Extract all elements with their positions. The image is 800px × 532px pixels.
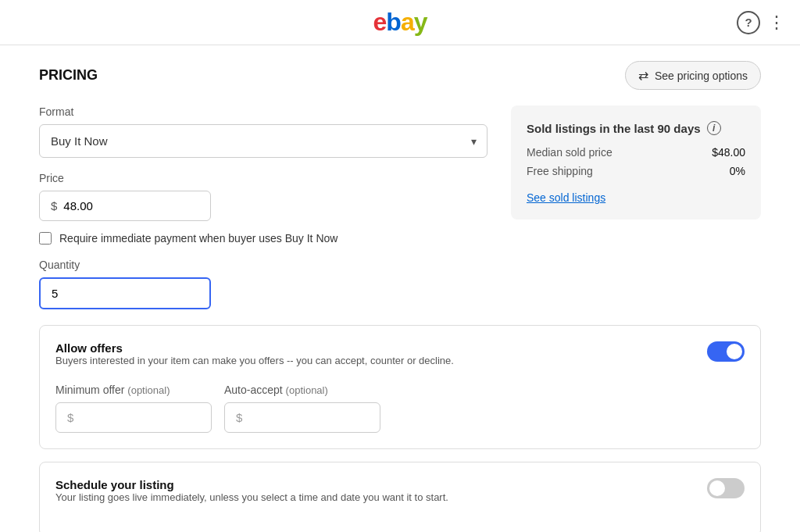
offer-fields: Minimum offer (optional) $ Auto-accept (… [55,384,745,433]
min-offer-label: Minimum offer (optional) [55,384,212,396]
format-select[interactable]: Buy It Now [39,124,488,158]
price-input[interactable] [63,199,199,212]
ebay-logo: ebay [373,8,427,37]
allow-offers-description: Buyers interested in your item can make … [55,355,454,366]
min-offer-input-wrapper: $ [55,402,212,433]
schedule-listing-toggle[interactable] [707,478,745,498]
left-column: Format Buy It Now ▾ Price $ Re [39,105,488,309]
logo-y: y [414,8,427,36]
min-offer-input[interactable] [80,411,200,424]
quantity-label: Quantity [39,259,488,271]
require-payment-checkbox[interactable] [39,232,52,245]
allow-offers-header: Allow offers Buyers interested in your i… [55,341,745,379]
quantity-field: Quantity [39,259,488,309]
require-payment-row: Require immediate payment when buyer use… [39,232,488,245]
schedule-listing-slider [707,478,745,498]
median-sold-value: $48.00 [712,146,745,159]
sold-listings-title: Sold listings in the last 90 days i [527,121,745,135]
free-shipping-label: Free shipping [527,165,593,177]
free-shipping-row: Free shipping 0% [527,165,745,177]
schedule-listing-card: Schedule your listing Your listing goes … [39,462,761,532]
price-field: Price $ [39,172,488,221]
section-header: PRICING ⇄ See pricing options [39,61,761,90]
quantity-input[interactable] [52,287,198,300]
top-navigation: ebay ? ⋮ [0,0,800,45]
schedule-listing-description: Your listing goes live immediately, unle… [55,491,448,503]
min-offer-field: Minimum offer (optional) $ [55,384,212,433]
help-icon[interactable]: ? [737,11,760,34]
format-label: Format [39,105,488,118]
price-currency: $ [51,199,57,212]
logo-e: e [373,8,387,36]
nav-right-icons: ? ⋮ [737,11,784,34]
median-sold-row: Median sold price $48.00 [527,146,745,159]
allow-offers-slider [707,341,745,362]
sold-listings-info-icon[interactable]: i [707,121,721,135]
min-offer-currency: $ [67,411,73,424]
auto-accept-currency: $ [236,411,242,424]
schedule-listing-header: Schedule your listing Your listing goes … [55,478,745,516]
price-label: Price [39,172,488,184]
main-two-col: Format Buy It Now ▾ Price $ Re [39,105,761,309]
allow-offers-title: Allow offers [55,341,454,355]
schedule-listing-title: Schedule your listing [55,478,448,491]
allow-offers-card: Allow offers Buyers interested in your i… [39,325,761,449]
price-input-wrapper: $ [39,191,211,221]
see-sold-listings-link[interactable]: See sold listings [527,191,605,204]
page-title: PRICING [39,67,98,84]
see-pricing-options-button[interactable]: ⇄ See pricing options [625,61,761,90]
format-field: Format Buy It Now ▾ [39,105,488,158]
auto-accept-label: Auto-accept (optional) [224,384,380,396]
auto-accept-field: Auto-accept (optional) $ [224,384,380,433]
filter-icon: ⇄ [638,68,648,83]
auto-accept-input-wrapper: $ [224,402,380,433]
free-shipping-value: 0% [730,165,745,177]
allow-offers-title-block: Allow offers Buyers interested in your i… [55,341,454,379]
auto-accept-input[interactable] [248,411,369,424]
allow-offers-toggle[interactable] [707,341,745,362]
main-content: PRICING ⇄ See pricing options Format Buy… [0,45,800,532]
require-payment-label: Require immediate payment when buyer use… [59,232,338,245]
logo-b: b [386,8,401,36]
more-options-icon[interactable]: ⋮ [768,12,784,33]
format-select-wrapper: Buy It Now ▾ [39,124,488,158]
pricing-options-label: See pricing options [655,70,748,82]
schedule-listing-title-block: Schedule your listing Your listing goes … [55,478,448,516]
median-sold-label: Median sold price [527,146,612,159]
logo-a: a [401,8,414,36]
sold-listings-box: Sold listings in the last 90 days i Medi… [511,105,761,220]
quantity-input-wrapper [39,277,211,309]
